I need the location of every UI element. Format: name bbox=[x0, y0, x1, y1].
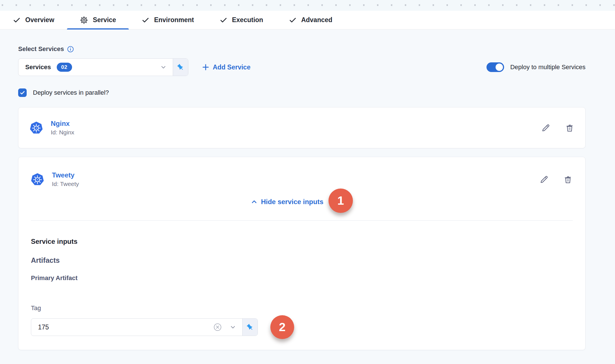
hide-inputs-row: Hide service inputs 1 bbox=[31, 190, 573, 214]
chevron-down-icon[interactable] bbox=[160, 64, 167, 71]
chevron-down-icon[interactable] bbox=[229, 323, 237, 331]
service-titles: Nginx Id: Nginx bbox=[51, 120, 74, 136]
service-id: Id: Nginx bbox=[51, 129, 74, 136]
service-titles: Tweety Id: Tweety bbox=[52, 171, 79, 187]
tab-execution[interactable]: Execution bbox=[207, 11, 276, 29]
toggle-knob bbox=[496, 64, 503, 71]
check-icon bbox=[289, 16, 297, 24]
add-service-button[interactable]: Add Service bbox=[202, 64, 250, 71]
tab-service[interactable]: Service bbox=[67, 11, 129, 29]
select-services-row: Select Services bbox=[18, 45, 585, 53]
check-icon bbox=[142, 16, 149, 24]
hide-service-inputs-button[interactable]: Hide service inputs bbox=[251, 198, 323, 206]
divider bbox=[31, 220, 573, 221]
deploy-multiple-label: Deploy to multiple Services bbox=[510, 64, 585, 71]
artifacts-title: Artifacts bbox=[31, 256, 573, 264]
kubernetes-icon bbox=[30, 121, 43, 134]
service-tab-content: Select Services Services 02 bbox=[0, 29, 615, 364]
service-card-tweety: Tweety Id: Tweety bbox=[18, 157, 585, 350]
tag-input-icons bbox=[213, 323, 237, 331]
tag-row: 175 bbox=[31, 315, 573, 339]
stage-tabbar: Overview Service Environment Execution bbox=[0, 11, 615, 29]
pin-runtime-input-button[interactable] bbox=[173, 59, 188, 76]
tab-environment[interactable]: Environment bbox=[129, 11, 207, 29]
tab-label: Execution bbox=[232, 16, 263, 24]
service-inputs-title: Service inputs bbox=[31, 238, 573, 246]
tag-input[interactable]: 175 bbox=[38, 323, 49, 331]
trash-icon bbox=[563, 175, 573, 184]
service-head: Tweety Id: Tweety bbox=[31, 171, 573, 187]
tab-label: Environment bbox=[154, 16, 194, 24]
services-dropdown-main: Services 02 bbox=[18, 59, 173, 76]
check-icon bbox=[220, 16, 228, 24]
check-icon bbox=[13, 16, 21, 24]
tab-overview[interactable]: Overview bbox=[0, 11, 67, 29]
service-actions bbox=[541, 123, 574, 133]
edit-service-button[interactable] bbox=[539, 175, 549, 184]
services-count-badge: 02 bbox=[57, 63, 72, 72]
tab-label: Service bbox=[93, 16, 116, 24]
trash-icon bbox=[565, 123, 574, 133]
pin-runtime-input-button[interactable] bbox=[242, 319, 258, 336]
kubernetes-icon bbox=[31, 173, 44, 186]
hide-service-inputs-label: Hide service inputs bbox=[261, 198, 323, 206]
add-service-label: Add Service bbox=[213, 64, 250, 71]
service-name-link[interactable]: Tweety bbox=[52, 171, 79, 179]
pencil-icon bbox=[539, 175, 549, 184]
service-actions bbox=[539, 175, 573, 184]
deploy-multiple-toggle[interactable] bbox=[486, 62, 504, 72]
services-controls-row: Services 02 Add Service bbox=[18, 58, 585, 76]
parallel-deploy-checkbox[interactable] bbox=[18, 88, 27, 97]
services-dropdown[interactable]: Services 02 bbox=[18, 58, 188, 76]
delete-service-button[interactable] bbox=[565, 123, 574, 133]
tag-label: Tag bbox=[31, 304, 573, 312]
select-services-label: Select Services bbox=[18, 45, 64, 53]
tab-label: Advanced bbox=[301, 16, 332, 24]
deploy-multiple-group: Deploy to multiple Services bbox=[486, 62, 585, 72]
plus-icon bbox=[202, 64, 209, 71]
tag-input-control: 175 bbox=[31, 318, 258, 336]
parallel-deploy-label: Deploy services in parallel? bbox=[33, 89, 109, 96]
service-id: Id: Tweety bbox=[52, 181, 79, 187]
canvas-dotted-strip bbox=[0, 0, 615, 11]
service-name-link[interactable]: Nginx bbox=[51, 120, 74, 128]
tag-input-main: 175 bbox=[31, 319, 242, 336]
edit-service-button[interactable] bbox=[541, 123, 551, 133]
annotation-badge-1: 1 bbox=[328, 189, 353, 213]
tab-advanced[interactable]: Advanced bbox=[276, 11, 345, 29]
annotation-badge-2: 2 bbox=[270, 315, 294, 339]
info-icon[interactable] bbox=[67, 46, 74, 52]
chevron-up-icon bbox=[251, 198, 258, 205]
primary-artifact-title: Primary Artifact bbox=[31, 274, 573, 282]
gear-icon bbox=[80, 16, 88, 24]
clear-icon[interactable] bbox=[213, 323, 222, 331]
delete-service-button[interactable] bbox=[563, 175, 573, 184]
pipeline-stage-page: Overview Service Environment Execution bbox=[0, 0, 615, 364]
pencil-icon bbox=[541, 123, 551, 133]
parallel-deploy-row: Deploy services in parallel? bbox=[18, 88, 585, 97]
tab-label: Overview bbox=[25, 16, 54, 24]
services-dropdown-value: Services bbox=[25, 64, 51, 71]
service-card-nginx: Nginx Id: Nginx bbox=[18, 107, 585, 148]
